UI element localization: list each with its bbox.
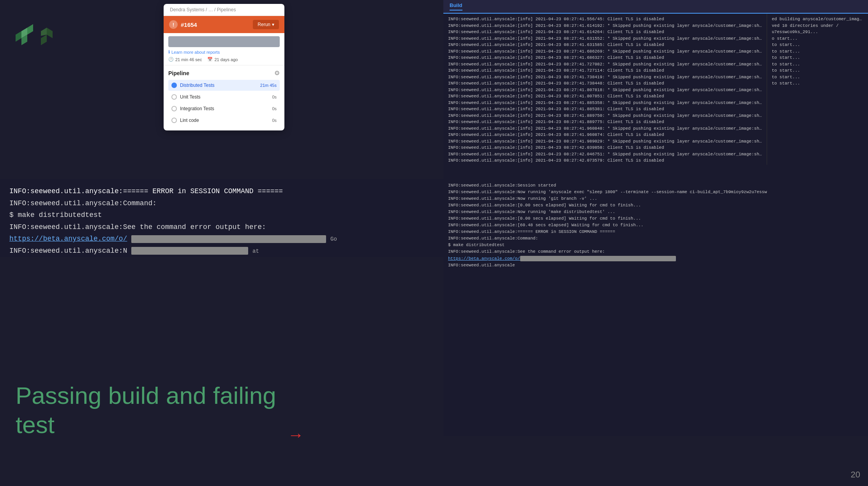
- svg-marker-5: [47, 28, 53, 38]
- log-line: INFO:seeweed.util.anyscale:Command:: [448, 235, 863, 242]
- log-line: INFO:seeweed.util.anyscale:[info] 2021-0…: [448, 74, 762, 81]
- breadcrumb-company: Dendra Systems: [170, 7, 205, 12]
- pipeline-item-distributed[interactable]: Distributed Tests 21m 45s: [168, 80, 280, 91]
- error-banner-left: ! #1654: [169, 20, 197, 29]
- log-line: $ make distributedtest: [448, 242, 863, 248]
- distributed-label: Distributed Tests: [180, 83, 260, 88]
- log-line: to start...: [772, 48, 863, 55]
- unit-time: 0s: [272, 95, 277, 99]
- log-line: INFO:seeweed.util.anyscale:[info] 2021-0…: [448, 35, 762, 42]
- log-line: ved 10 directories under /: [772, 23, 863, 29]
- gear-icon[interactable]: ⚙: [274, 69, 280, 77]
- log-line: INFO:seeweed.util.anyscale:[info] 2021-0…: [448, 80, 762, 87]
- lint-time: 0s: [272, 118, 277, 123]
- log-line: INFO:seeweed.util.anyscale:[info] 2021-0…: [448, 113, 762, 119]
- breadcrumb-sep1: /: [206, 7, 208, 12]
- svg-marker-3: [16, 31, 21, 42]
- terminal-line-5: https://beta.anyscale.com/o/ Go: [9, 233, 439, 245]
- pipeline-item-unit[interactable]: Unit Tests 0s: [168, 92, 280, 102]
- ago-item: 📅 21 days ago: [207, 57, 238, 62]
- log-line: o start...: [772, 35, 863, 42]
- svg-marker-4: [41, 28, 47, 36]
- log-line: u7esswco9ks_291...: [772, 29, 863, 35]
- log-line: https://beta.anyscale.com/o/: [448, 255, 863, 262]
- rerun-button[interactable]: Rerun ▾: [253, 20, 279, 29]
- go-label: Go: [330, 236, 337, 242]
- log-line: INFO:seeweed.util.anyscale:[info] 2021-0…: [448, 61, 762, 68]
- log-line: INFO:seeweed.util.anyscale:[info] 2021-0…: [448, 125, 762, 132]
- chevron-down-icon: ▾: [272, 22, 274, 27]
- error-banner: ! #1654 Rerun ▾: [164, 16, 284, 33]
- log-line: INFO:seeweed.util.anyscale:[info] 2021-0…: [448, 67, 762, 74]
- terminal-line-2: INFO:seeweed.util.anyscale:Command:: [9, 197, 439, 210]
- log-line: INFO:seeweed.util.anyscale: [448, 262, 863, 269]
- error-icon: !: [169, 20, 178, 29]
- breadcrumb-dots: …: [208, 7, 213, 12]
- log-line: INFO:seeweed.util.anyscale:Now running '…: [448, 209, 863, 215]
- report-area: ℹ Learn more about reports 🕐 21 min 46 s…: [164, 33, 284, 65]
- log-line: INFO:seeweed.util.anyscale:See the comma…: [448, 248, 863, 255]
- log-line: INFO:seeweed.util.anyscale:Session start…: [448, 182, 863, 189]
- log-line: to start...: [772, 42, 863, 48]
- build-id-label: #1654: [181, 21, 197, 28]
- log-line: INFO:seeweed.util.anyscale:====== ERROR …: [448, 229, 863, 235]
- log-line: INFO:seeweed.util.anyscale:[info] 2021-0…: [448, 157, 762, 164]
- log-line: INFO:seeweed.util.anyscale:[info] 2021-0…: [448, 132, 762, 138]
- integration-status-dot: [171, 106, 177, 111]
- log-content-bottom: INFO:seeweed.util.anyscale:Session start…: [443, 179, 868, 436]
- blurred-url: [131, 235, 326, 243]
- log-line: ed building anyscale/customer_image:buil…: [772, 16, 863, 23]
- page-number: 20: [851, 470, 860, 480]
- log-content-top: INFO:seeweed.util.anyscale:[info] 2021-0…: [443, 14, 767, 165]
- log-line: to start...: [772, 55, 863, 61]
- log-panel-bottom: INFO:seeweed.util.anyscale:Session start…: [443, 179, 868, 436]
- svg-marker-1: [27, 24, 33, 35]
- log-line: INFO:seeweed.util.anyscale:Now running '…: [448, 189, 863, 195]
- meta-row: 🕐 21 min 46 sec 📅 21 days ago: [168, 57, 280, 62]
- pipeline-item-integration[interactable]: Integration Tests 0s: [168, 103, 280, 114]
- log-line: to start...: [772, 80, 863, 87]
- pipeline-panel: Dendra Systems / … / Pipelines ! #1654 R…: [164, 4, 284, 130]
- lint-status-dot: [171, 118, 177, 123]
- integration-label: Integration Tests: [180, 106, 272, 111]
- log-line: INFO:seeweed.util.anyscale:[info] 2021-0…: [448, 87, 762, 93]
- log-line: INFO:seeweed.util.anyscale:[info] 2021-0…: [448, 42, 762, 48]
- calendar-icon: 📅: [207, 57, 213, 62]
- distributed-time: 21m 45s: [260, 83, 277, 88]
- log-line: INFO:seeweed.util.anyscale:[info] 2021-0…: [448, 164, 762, 165]
- log-content-right-col: ed building anyscale/customer_image:buil…: [767, 14, 868, 165]
- arrow-indicator: →: [288, 427, 304, 443]
- breadcrumb-page: Pipelines: [217, 7, 236, 12]
- log-line: INFO:seeweed.util.anyscale:[info] 2021-0…: [448, 55, 762, 61]
- terminal-line-3: $ make distributedtest: [9, 209, 439, 221]
- log-line: INFO:seeweed.util.anyscale:[0.00 secs el…: [448, 215, 863, 222]
- terminal-line-1: INFO:seeweed.util.anyscale:====== ERROR …: [9, 185, 439, 197]
- terminal-line-4: INFO:seeweed.util.anyscale:See the comma…: [9, 221, 439, 233]
- log-line: INFO:seeweed.util.anyscale:Now running '…: [448, 195, 863, 202]
- svg-marker-6: [41, 35, 47, 45]
- blurred-text-2: [131, 247, 248, 255]
- integration-time: 0s: [272, 106, 277, 111]
- terminal-bottom: INFO:seeweed.util.anyscale:====== ERROR …: [0, 179, 448, 257]
- pipeline-section: Pipeline ⚙ Distributed Tests 21m 45s Uni…: [164, 65, 284, 130]
- log-line: INFO:seeweed.util.anyscale:[info] 2021-0…: [448, 106, 762, 113]
- duration-item: 🕐 21 min 46 sec: [168, 57, 202, 62]
- unit-status-dot: [171, 94, 177, 100]
- log-line: INFO:seeweed.util.anyscale:[info] 2021-0…: [448, 23, 762, 29]
- pipeline-title: Pipeline: [168, 70, 189, 76]
- terminal-line-6: INFO:seeweed.util.anyscale:N at: [9, 245, 439, 257]
- at-label: at: [252, 248, 259, 254]
- log-line: INFO:seeweed.util.anyscale:[info] 2021-0…: [448, 138, 762, 145]
- log-line: INFO:seeweed.util.anyscale:[0.00 secs el…: [448, 202, 863, 209]
- log-line: INFO:seeweed.util.anyscale:[info] 2021-0…: [448, 100, 762, 106]
- build-tab[interactable]: Build: [450, 2, 462, 11]
- log-line: INFO:seeweed.util.anyscale:[info] 2021-0…: [448, 93, 762, 100]
- clock-icon: 🕐: [168, 57, 174, 62]
- log-line: to start...: [772, 61, 863, 68]
- pipeline-item-lint[interactable]: Lint code 0s: [168, 115, 280, 126]
- breadcrumb-sep2: /: [214, 7, 217, 12]
- distributed-status-dot: [171, 83, 177, 88]
- learn-reports-link[interactable]: ℹ Learn more about reports: [168, 49, 280, 55]
- log-line: INFO:seeweed.util.anyscale:[info] 2021-0…: [448, 151, 762, 158]
- log-line: INFO:seeweed.util.anyscale:[info] 2021-0…: [448, 48, 762, 55]
